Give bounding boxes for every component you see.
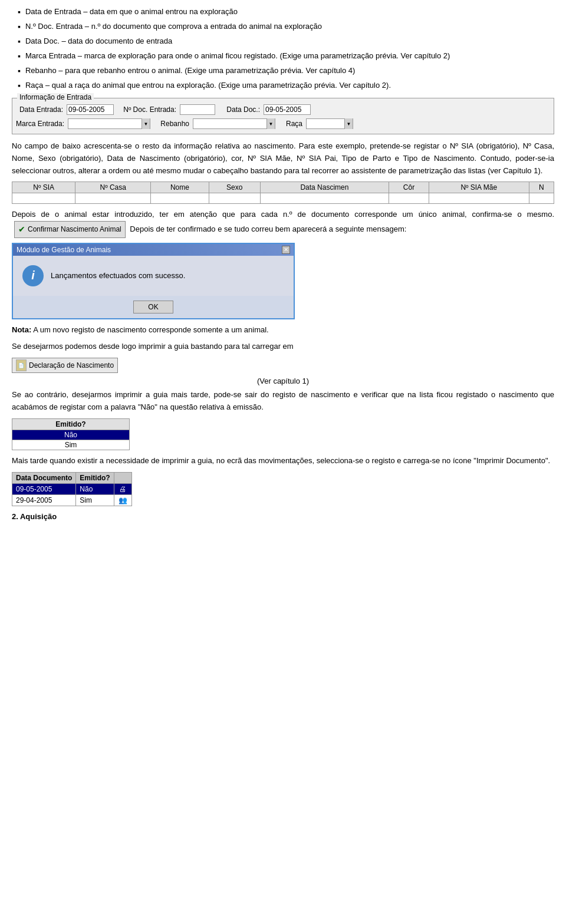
mov-col-emitido: Emitido?	[76, 472, 114, 483]
dialog-info-icon: i	[22, 265, 44, 286]
bullet-item-2: N.º Doc. Entrada – n.º do documento que …	[12, 21, 554, 33]
emitido-header: Emitido?	[12, 418, 130, 430]
declaracao-button[interactable]: 📄 Declaração de Nascimento	[12, 358, 118, 373]
marca-label: Marca Entrada:	[16, 120, 64, 128]
raca-dropdown[interactable]: ▼	[306, 118, 353, 129]
col-sexo: Sexo	[209, 182, 260, 193]
col-nome: Nome	[151, 182, 209, 193]
decl-btn-area: 📄 Declaração de Nascimento	[12, 358, 554, 373]
emitido-table: Emitido? Não Sim	[12, 418, 130, 450]
raca-label: Raça	[279, 120, 302, 128]
bullet-item-1: Data de Entrada – data em que o animal e…	[12, 6, 554, 18]
emitido-sim: Sim	[12, 440, 130, 450]
col-nsia: Nº SIA	[12, 182, 75, 193]
decl-doc-icon: 📄	[16, 359, 27, 371]
mov-row-1[interactable]: 09-05-2005 Não 🖨	[12, 483, 132, 494]
rebanho-dropdown[interactable]: ▼	[193, 118, 275, 129]
data-entrada-input[interactable]	[67, 104, 114, 115]
nota-paragraph: Nota: A um novo registo de nascimento co…	[12, 324, 554, 336]
marca-dropdown-arrow[interactable]: ▼	[142, 118, 150, 129]
bullet-item-5: Rebanho – para que rebanho entrou o anim…	[12, 65, 554, 77]
mov-row-1-data: 09-05-2005	[12, 483, 76, 494]
dialog-close-button[interactable]: ✕	[282, 246, 290, 254]
bullet-item-3: Data Doc. – data do documento de entrada	[12, 35, 554, 48]
mov-row-2-data: 29-04-2005	[12, 494, 76, 506]
nascimento-table: Nº SIA Nº Casa Nome Sexo Data Nascimen C…	[12, 182, 554, 204]
mov-table: Data Documento Emitido? 09-05-2005 Não 🖨…	[12, 472, 132, 506]
mov-col-data: Data Documento	[12, 472, 76, 483]
dialog-title: Módulo de Gestão de Animais	[17, 246, 111, 254]
col-nsia-mae: Nº SIA Mãe	[429, 182, 529, 193]
nota-prefix: Nota:	[12, 325, 31, 334]
rebanho-label: Rebanho	[154, 120, 189, 128]
emitido-row-sim[interactable]: Sim	[12, 440, 130, 450]
decl-btn-label: Declaração de Nascimento	[29, 361, 114, 369]
marca-dropdown[interactable]: ▼	[68, 118, 150, 129]
confirm-btn-label: Confirmar Nascimento Animal	[28, 224, 121, 235]
col-n: N	[529, 182, 554, 193]
dialog-box: Módulo de Gestão de Animais ✕ i Lançamen…	[12, 243, 295, 319]
paragraph-1: No campo de baixo acrescenta-se o resto …	[12, 140, 554, 177]
mov-header-row: Data Documento Emitido?	[12, 472, 132, 483]
mov-row-2-emitido: Sim	[76, 494, 114, 506]
confirm-btn[interactable]: ✔ Confirmar Nascimento Animal	[14, 221, 126, 237]
ndoc-label: Nº Doc. Entrada:	[117, 105, 176, 114]
mov-row-1-print-icon[interactable]: 🖨	[114, 483, 131, 494]
data-entrada-label: Data Entrada:	[16, 105, 63, 114]
center-ver-capitulo: (Ver capítulo 1)	[12, 377, 554, 385]
rebanho-dropdown-arrow[interactable]: ▼	[266, 118, 275, 129]
info-entrada-box: Informação de Entrada Data Entrada: Nº D…	[12, 98, 554, 134]
bullet-list-1: Data de Entrada – data em que o animal e…	[12, 6, 554, 92]
col-cor: Côr	[389, 182, 429, 193]
paragraph-4: Se desejarmos podemos desde logo imprimi…	[12, 341, 554, 353]
raca-dropdown-arrow[interactable]: ▼	[344, 118, 353, 129]
entrada-row-2: Marca Entrada: ▼ Rebanho ▼ Raça ▼	[16, 118, 550, 129]
mov-row-1-emitido: Não	[76, 483, 114, 494]
ndoc-input[interactable]	[180, 104, 215, 115]
check-icon: ✔	[18, 223, 25, 236]
dialog-title-bar: Módulo de Gestão de Animais ✕	[13, 244, 294, 256]
dialog-buttons: OK	[13, 296, 294, 318]
table-row	[12, 193, 554, 204]
paragraph-6: Mais tarde quando existir a necessidade …	[12, 455, 554, 467]
col-data-nasc: Data Nascimen	[260, 182, 389, 193]
dialog-content: i Lançamentos efectuados com sucesso.	[13, 256, 294, 296]
data-doc-input[interactable]	[264, 104, 311, 115]
col-ncasa: Nº Casa	[75, 182, 151, 193]
paragraph-2: Depois de o animal estar introduzido, te…	[12, 209, 554, 237]
dialog-ok-button[interactable]: OK	[133, 301, 173, 314]
emitido-nao: Não	[12, 430, 130, 440]
mov-row-2-group-icon[interactable]: 👥	[114, 494, 131, 506]
paragraph-5: Se ao contrário, desejarmos imprimir a g…	[12, 389, 554, 414]
table-header-row: Nº SIA Nº Casa Nome Sexo Data Nascimen C…	[12, 182, 554, 193]
bullet-item-6: Raça – qual a raça do animal que entrou …	[12, 80, 554, 92]
info-entrada-title: Informação de Entrada	[17, 93, 94, 101]
emitido-row-nao[interactable]: Não	[12, 430, 130, 440]
dialog-message: Lançamentos efectuados com sucesso.	[51, 271, 185, 280]
mov-col-icon	[114, 472, 131, 483]
entrada-row-1: Data Entrada: Nº Doc. Entrada: Data Doc.…	[16, 104, 550, 115]
mov-row-2[interactable]: 29-04-2005 Sim 👥	[12, 494, 132, 506]
data-doc-label: Data Doc.:	[219, 105, 260, 114]
section-2-title: 2. Aquisição	[12, 511, 554, 523]
bullet-item-4: Marca Entrada – marca de exploração para…	[12, 50, 554, 62]
emitido-header-row: Emitido?	[12, 418, 130, 430]
nota-text: A um novo registo de nascimento correspo…	[33, 325, 269, 334]
